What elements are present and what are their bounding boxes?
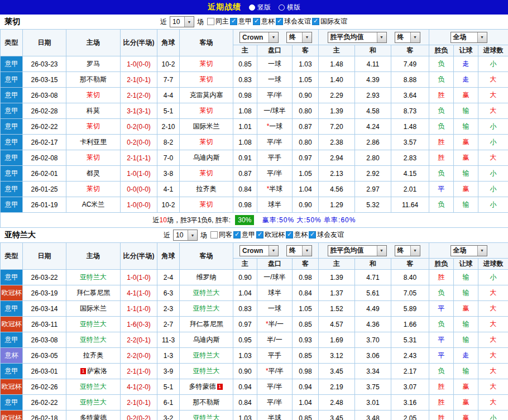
chevron-down-icon: ▼ <box>184 17 194 27</box>
home-team-cell: AC米兰 <box>66 197 121 213</box>
home-odds-cell: 1.03 <box>233 348 257 364</box>
final-odds-select-2-value: 终 <box>397 32 404 42</box>
league-cell: 意甲 <box>1 56 23 72</box>
match-row: 意甲26-03-22亚特兰大1-0(1-0)2-4维罗纳0.90一/球半0.98… <box>1 270 508 285</box>
games-count-select[interactable]: 10 ▼ <box>170 16 194 27</box>
team-text: 那不勒斯 <box>80 75 107 83</box>
final-odds-select-2[interactable]: 终 ▼ <box>395 245 420 256</box>
col-header-odds-away: 客 <box>293 259 319 270</box>
result-wdl-cell: 平 <box>429 301 454 317</box>
league-cell: 意甲 <box>1 182 23 197</box>
avg-win-cell: 1.48 <box>319 56 355 72</box>
filter-同客[interactable]: 同客 <box>210 230 232 240</box>
home-odds-cell: 0.83 <box>233 72 257 88</box>
checkbox-checked-icon[interactable] <box>309 231 316 238</box>
avg-draw-cell: 2.86 <box>355 135 391 150</box>
radio-horizontal-layout[interactable]: 横版 <box>279 3 300 12</box>
avg-draw-cell: 4.58 <box>355 103 391 119</box>
away-odds-cell: 0.80 <box>293 103 319 119</box>
bookmaker-select[interactable]: Crown ▼ <box>239 245 279 256</box>
filter-国际友谊[interactable]: 国际友谊 <box>312 17 347 26</box>
filter-欧冠杯[interactable]: 欧冠杯 <box>256 230 285 240</box>
full-match-select[interactable]: 全场 ▼ <box>451 245 487 256</box>
handicap-cell: 平手 <box>257 348 293 364</box>
filter-同主[interactable]: 同主 <box>207 17 229 26</box>
avg-win-cell: 2.13 <box>319 166 355 182</box>
handicap-text: 平/半 <box>269 367 284 375</box>
result-wdl-cell: 负 <box>429 364 454 379</box>
final-odds-select-1[interactable]: 终 ▼ <box>286 32 312 43</box>
date-cell: 26-02-28 <box>23 103 66 119</box>
checkbox-unchecked-icon[interactable] <box>207 18 214 25</box>
league-cell: 意甲 <box>1 135 23 150</box>
final-odds-select-2[interactable]: 终 ▼ <box>395 32 420 43</box>
full-match-select[interactable]: 全场 ▼ <box>451 32 487 43</box>
league-cell: 意甲 <box>1 364 23 379</box>
team-text: 卡利亚里 <box>80 138 107 146</box>
col-header-type: 类型 <box>1 243 23 270</box>
games-suffix-label: 场 <box>197 17 204 27</box>
bookmaker-select[interactable]: Crown ▼ <box>239 32 279 43</box>
avg-win-cell: 1.69 <box>319 332 355 348</box>
team-text: 罗马 <box>87 60 100 68</box>
filter-label: 意杯 <box>261 17 275 26</box>
filter-球会友谊[interactable]: 球会友谊 <box>309 230 344 240</box>
result-wdl-cell: 负 <box>429 197 454 213</box>
checkbox-checked-icon[interactable] <box>276 18 283 25</box>
match-row: 意甲26-03-15那不勒斯2-1(0-1)7-7莱切0.83一球1.051.4… <box>1 72 508 88</box>
filter-意杯[interactable]: 意杯 <box>286 230 308 240</box>
team-text: 都灵 <box>87 169 100 177</box>
result-wdl-cell: 负 <box>429 72 454 88</box>
result-goals-cell: 大 <box>478 150 508 166</box>
result-goals-cell: 小 <box>478 166 508 182</box>
home-odds-cell: 0.98 <box>233 88 257 103</box>
filter-意甲[interactable]: 意甲 <box>230 17 252 26</box>
result-wdl-cell: 平 <box>429 182 454 197</box>
team-text: 亚特兰大 <box>80 320 107 328</box>
col-header-odds-home: 主 <box>233 45 257 56</box>
score-cell: 1-6(0-3) <box>121 317 157 332</box>
average-odds-select[interactable]: 胜平负均值 ▼ <box>328 245 387 256</box>
avg-draw-cell: 5.61 <box>355 285 391 301</box>
summary-cell: 近10场，胜3平1负6, 胜率: 30% 赢率:50% 大:50% 单率:60% <box>1 213 508 228</box>
result-goals-cell: 小 <box>478 182 508 197</box>
average-odds-select[interactable]: 胜平负均值 ▼ <box>328 32 387 43</box>
checkbox-checked-icon[interactable] <box>286 231 293 238</box>
corner-cell: 2-3 <box>157 301 180 317</box>
filter-意杯[interactable]: 意杯 <box>253 17 275 26</box>
result-goals-cell: 小 <box>478 56 508 72</box>
radio-selected-icon <box>249 4 255 11</box>
page-title: 近期战绩 <box>208 2 241 12</box>
checkbox-unchecked-icon[interactable] <box>210 231 218 238</box>
chevron-down-icon: ▼ <box>302 246 311 256</box>
league-cell: 欧冠杯 <box>1 379 23 395</box>
checkbox-checked-icon[interactable] <box>233 231 241 238</box>
handicap-cell: 球半 <box>257 197 293 213</box>
radio-vertical-layout[interactable]: 竖版 <box>249 3 271 12</box>
filter-球会友谊[interactable]: 球会友谊 <box>276 17 311 26</box>
checkbox-checked-icon[interactable] <box>256 231 263 238</box>
result-wdl-cell: 负 <box>429 103 454 119</box>
final-odds-select-1[interactable]: 终 ▼ <box>286 245 312 256</box>
avg-draw-cell: 3.34 <box>355 364 391 379</box>
games-count-select[interactable]: 10 ▼ <box>173 230 198 241</box>
filter-checkbox-list: 同主意甲意杯球会友谊国际友谊 <box>207 17 348 27</box>
col-header-date: 日期 <box>23 243 66 270</box>
col-header-away: 客场 <box>180 243 233 270</box>
checkbox-checked-icon[interactable] <box>253 18 260 25</box>
chevron-down-icon: ▼ <box>410 246 420 256</box>
col-header-score: 比分(半场) <box>121 243 157 270</box>
filter-label: 欧冠杯 <box>265 230 285 240</box>
corner-cell: 3-9 <box>157 364 180 379</box>
result-goals-cell: 大 <box>478 395 508 411</box>
near-label: 近 <box>160 17 167 27</box>
checkbox-checked-icon[interactable] <box>230 18 237 25</box>
filter-意甲[interactable]: 意甲 <box>233 230 255 240</box>
team-text: 拜仁慕尼黑 <box>190 320 223 328</box>
corner-cell: 1-3 <box>157 348 180 364</box>
handicap-cell: *半/一 <box>257 317 293 332</box>
league-cell: 意甲 <box>1 72 23 88</box>
checkbox-checked-icon[interactable] <box>312 18 319 25</box>
score-cell: 1-0(0-0) <box>121 197 157 213</box>
handicap-cell: *平/半 <box>257 364 293 379</box>
